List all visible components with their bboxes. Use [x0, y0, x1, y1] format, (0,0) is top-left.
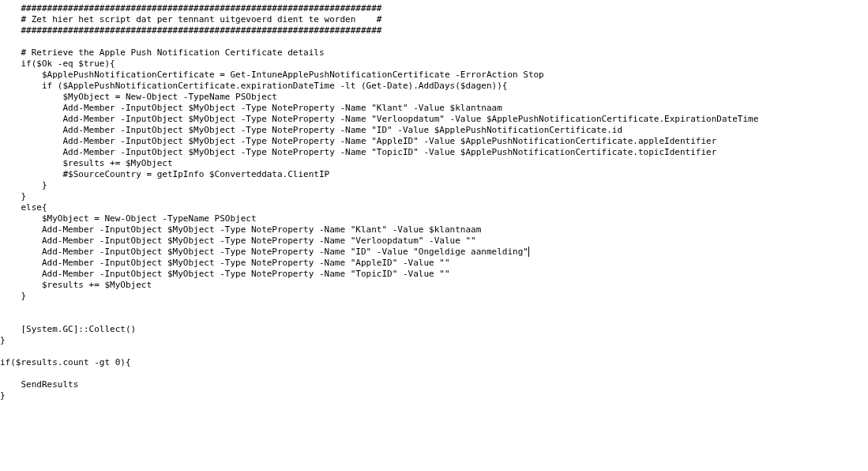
code-line: $results += $MyObject	[0, 280, 152, 290]
code-line: $results += $MyObject	[0, 158, 173, 168]
code-line: }	[0, 191, 26, 202]
code-line: if($Ok -eq $true){	[0, 58, 115, 69]
code-line: }	[0, 335, 6, 345]
code-line: Add-Member -InputObject $MyObject -Type …	[0, 236, 476, 246]
code-line: Add-Member -InputObject $MyObject -Type …	[0, 258, 450, 268]
code-line: ########################################…	[0, 25, 381, 36]
code-line: SendResults	[0, 379, 78, 390]
code-line: ########################################…	[0, 3, 381, 13]
code-line: $MyObject = New-Object -TypeName PSObjec…	[0, 92, 277, 102]
code-line: }	[0, 180, 47, 190]
code-line: Add-Member -InputObject $MyObject -Type …	[0, 114, 758, 124]
code-line: if ($ApplePushNotificationCertificate.ex…	[0, 81, 507, 91]
code-line: [System.GC]::Collect()	[0, 324, 136, 334]
code-line: # Retrieve the Apple Push Notification C…	[0, 47, 325, 58]
code-block: ########################################…	[0, 0, 868, 401]
code-line: else{	[0, 202, 47, 213]
code-line: Add-Member -InputObject $MyObject -Type …	[0, 136, 716, 146]
code-line: #$SourceCountry = getIpInfo $Convertedda…	[0, 169, 329, 179]
code-line: Add-Member -InputObject $MyObject -Type …	[0, 224, 481, 235]
code-line: $ApplePushNotificationCertificate = Get-…	[0, 70, 544, 80]
code-line: }	[0, 291, 26, 301]
code-line: if($results.count -gt 0){	[0, 357, 131, 367]
code-line: Add-Member -InputObject $MyObject -Type …	[0, 269, 450, 279]
code-line: Add-Member -InputObject $MyObject -Type …	[0, 103, 502, 113]
code-line: Add-Member -InputObject $MyObject -Type …	[0, 147, 716, 157]
text-cursor	[528, 247, 529, 257]
code-line: Add-Member -InputObject $MyObject -Type …	[0, 125, 622, 135]
code-line: $MyObject = New-Object -TypeName PSObjec…	[0, 213, 257, 224]
code-line: Add-Member -InputObject $MyObject -Type …	[0, 247, 529, 257]
code-line: }	[0, 390, 6, 401]
code-line: # Zet hier het script dat per tennant ui…	[0, 14, 381, 24]
